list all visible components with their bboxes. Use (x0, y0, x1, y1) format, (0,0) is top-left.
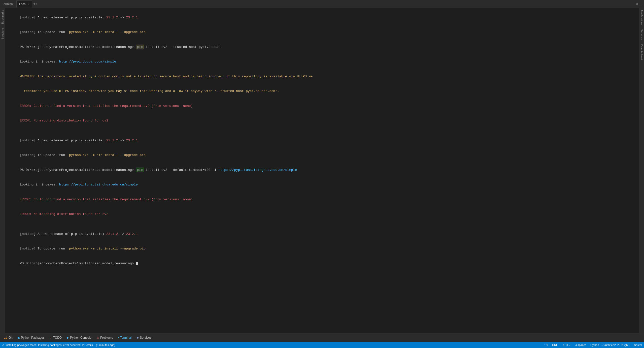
terminal-output[interactable]: [notice] A new release of pip is availab… (5, 8, 639, 333)
python-packages-icon: ◉ (17, 336, 20, 339)
notice-text-2: notice (22, 30, 34, 34)
cursor (136, 262, 138, 265)
encoding[interactable]: UTF-8 (563, 343, 571, 346)
cursor-position[interactable]: 1:9 (544, 343, 548, 346)
python-console-icon: ▶ (67, 336, 69, 339)
python-version[interactable]: Python 3.7 (untitled2023T17)(2) (590, 343, 629, 346)
empty-line-1 (8, 128, 636, 133)
indent[interactable]: 4 spaces (575, 343, 586, 346)
tab-name: Local (19, 2, 26, 6)
settings-icon[interactable]: ⚙ (636, 2, 638, 6)
git-branch[interactable]: master (633, 343, 642, 346)
notice-line-1: [notice] A new release of pip is availab… (8, 10, 636, 25)
services-button[interactable]: ◈ Services (134, 335, 153, 340)
ps-prefix-2: PS D:\project\PycharmProjects\multithrea… (20, 168, 136, 172)
error-line-1a: ERROR: Could not find a version that sat… (8, 99, 636, 113)
right-sidebar: Notifications Services Remote Host (639, 8, 644, 333)
warning-line-1: WARNING: The repository located at pypi.… (8, 69, 636, 84)
version-new-1: 23.2.1 (126, 16, 138, 19)
link-douban[interactable]: http://pypi.douban.com/simple (59, 60, 116, 64)
notice-line-4: [notice] To update, run: python.exe -m p… (8, 148, 636, 163)
pip-cmd-1: pip (136, 45, 144, 49)
git-button[interactable]: ⎇ Git (2, 335, 14, 340)
status-bar-left: ⚠ Installing packages failed: Installing… (2, 343, 540, 347)
error-line-1b: ERROR: No matching distribution found fo… (8, 113, 636, 128)
structure-label[interactable]: Structure (1, 26, 4, 41)
error-line-2b: ERROR: No matching distribution found fo… (8, 207, 636, 222)
error-line-2a: ERROR: Could not find a version that sat… (8, 192, 636, 207)
tab-add-button[interactable]: + (33, 2, 36, 6)
ps-line-1: PS D:\project\PycharmProjects\multithrea… (8, 40, 636, 54)
services-label: Services (140, 336, 151, 339)
warning-line-2: recommend you use HTTPS instead, otherwi… (8, 84, 636, 99)
todo-icon: ✓ (50, 336, 52, 339)
cmd-rest-2: install cv2 --default-timeout=100 -i (144, 168, 218, 172)
terminal-label: Terminal: (2, 2, 14, 6)
arrow-1: -> (118, 16, 126, 19)
looking-line-1: Looking in indexes: http://pypi.douban.c… (8, 54, 636, 69)
cmd-rest-1: install cv2 --trusted-host pypi.douban (144, 45, 220, 49)
notice-line-5: [notice] A new release of pip is availab… (8, 227, 636, 241)
status-bar: ⚠ Installing packages failed: Installing… (0, 342, 644, 348)
empty-line-2 (8, 222, 636, 227)
version-old-1: 23.1.2 (106, 16, 118, 19)
bracket-open: [ (20, 16, 22, 19)
services-sidebar-label[interactable]: Services (640, 27, 643, 42)
looking-line-2: Looking in indexes: https://pypi.tuna.ts… (8, 177, 636, 192)
notice-text-1: notice (22, 16, 34, 19)
bracket-open-2: [ (20, 30, 22, 34)
python-console-label: Python Console (70, 336, 91, 339)
warning-status-icon: ⚠ (2, 343, 5, 347)
error-text-1a: ERROR: Could not find a version that sat… (20, 104, 193, 108)
python-console-button[interactable]: ▶ Python Console (65, 335, 93, 340)
notice-msg-2: To update, run: (36, 30, 69, 34)
update-cmd-1: python.exe -m pip install --upgrade pip (69, 30, 146, 34)
local-tab[interactable]: Local × (16, 1, 32, 8)
todo-button[interactable]: ✓ TODO (48, 335, 64, 340)
status-message: Installing packages failed: Installing p… (6, 343, 115, 346)
notice-line-3: [notice] A new release of pip is availab… (8, 133, 636, 148)
error-text-2a: ERROR: Could not find a version that sat… (20, 198, 193, 201)
services-icon: ◈ (137, 336, 139, 339)
ps-line-3: PS D:\project\PycharmProjects\multithrea… (8, 256, 636, 271)
link-tsinghua-cmd[interactable]: https://pypi.tuna.tsinghua.edu.cn/simple (218, 168, 297, 172)
terminal-button[interactable]: ▪ Terminal (116, 335, 134, 340)
problems-label: Problems (100, 336, 113, 339)
terminal-icon: ▪ (118, 336, 119, 339)
python-packages-button[interactable]: ◉ Python Packages (15, 335, 46, 340)
remote-host-label[interactable]: Remote Host (640, 42, 643, 62)
ps-prefix-3: PS D:\project\PycharmProjects\multithrea… (20, 262, 136, 265)
ps-prefix-1: PS D:\project\PycharmProjects\multithrea… (20, 45, 136, 49)
error-text-2b: ERROR: No matching distribution found fo… (20, 212, 108, 216)
looking-text-1: Looking in indexes: (20, 60, 59, 64)
main-area: Bookmarks Structure [notice] A new relea… (0, 8, 644, 333)
notice-line-2: [notice] To update, run: python.exe -m p… (8, 25, 636, 40)
minimize-icon[interactable]: — (640, 2, 642, 6)
tab-dropdown-icon[interactable]: ▾ (36, 2, 37, 6)
bottom-toolbar: ⎇ Git ◉ Python Packages ✓ TODO ▶ Python … (0, 333, 644, 342)
problems-icon: ⚠ (96, 336, 99, 339)
notice-line-6: [notice] To update, run: python.exe -m p… (8, 241, 636, 256)
looking-text-2: Looking in indexes: (20, 183, 59, 186)
error-text-1b: ERROR: No matching distribution found fo… (20, 119, 108, 122)
notice-msg-1: A new release of pip is available: (36, 16, 106, 19)
tab-bar-right: ⚙ — (636, 2, 642, 6)
status-bar-right: 1:9 CRLF UTF-8 4 spaces Python 3.7 (unti… (544, 343, 642, 346)
problems-button[interactable]: ⚠ Problems (94, 335, 115, 340)
todo-label: TODO (53, 336, 62, 339)
ps-line-2: PS D:\project\PycharmProjects\multithrea… (8, 163, 636, 177)
tab-bar: Terminal: Local × + ▾ ⚙ — (0, 0, 644, 8)
bookmarks-label[interactable]: Bookmarks (1, 8, 4, 26)
pip-cmd-2: pip (136, 168, 144, 172)
warning-text-1: WARNING: The repository located at pypi.… (20, 75, 313, 78)
link-tsinghua[interactable]: https://pypi.tuna.tsinghua.edu.cn/simple (59, 183, 138, 186)
left-sidebar: Bookmarks Structure (0, 8, 5, 333)
terminal-label: Terminal (120, 336, 131, 339)
tab-close-icon[interactable]: × (28, 3, 29, 6)
python-packages-label: Python Packages (21, 336, 44, 339)
git-icon: ⎇ (4, 336, 8, 339)
line-endings[interactable]: CRLF (552, 343, 559, 346)
warning-text-2: recommend you use HTTPS instead, otherwi… (20, 89, 279, 93)
notifications-label[interactable]: Notifications (640, 8, 643, 27)
git-label: Git (9, 336, 12, 339)
